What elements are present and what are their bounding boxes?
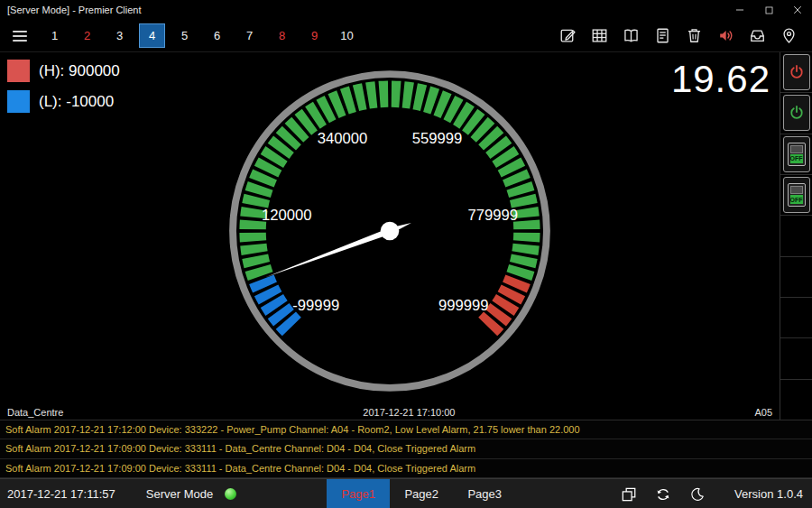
location-button[interactable] — [773, 23, 805, 50]
toolbar-icons — [552, 23, 805, 50]
night-mode-button[interactable] — [680, 481, 715, 508]
page-tab-page2[interactable]: Page2 — [390, 479, 453, 508]
gauge-scale-label: 120000 — [262, 207, 312, 224]
sync-button[interactable] — [646, 481, 680, 508]
alarm-row[interactable]: Soft Alarm 2017-12-21 17:09:00 Device: 3… — [0, 439, 812, 458]
archive-icon — [748, 26, 767, 45]
screen-tabs: 12345678910 — [42, 23, 366, 48]
toggle-state-label: OFF — [790, 195, 803, 204]
alarm-row[interactable]: Soft Alarm 2017-12-21 17:12:00 Device: 3… — [0, 420, 812, 439]
archive-button[interactable] — [742, 23, 773, 50]
toggle-off-icon: OFF — [788, 143, 806, 166]
status-bar: 2017-12-21 17:11:57 Server Mode Page1Pag… — [0, 478, 812, 508]
sidebar-cell: OFF — [780, 134, 812, 175]
night-mode-icon — [689, 486, 706, 503]
gauge-panel: (H): 900000 (L): -10000 19.62 -999991200… — [0, 52, 780, 420]
screen-tab-3[interactable]: 3 — [106, 23, 133, 48]
gauge-scale-label: 779999 — [467, 207, 518, 224]
gauge-scale-label: 999999 — [438, 297, 489, 314]
menu-button[interactable] — [7, 23, 32, 49]
gauge-scale-label: 340000 — [318, 130, 368, 147]
alarm-sound-icon — [716, 26, 735, 45]
low-alarm-label: (L): -10000 — [39, 93, 114, 111]
page-tabs: Page1Page2Page3 — [327, 479, 516, 508]
screen-tab-10[interactable]: 10 — [334, 23, 360, 48]
report-button[interactable] — [647, 23, 678, 50]
sidebar-empty-cell — [780, 338, 812, 379]
maximize-icon — [763, 5, 775, 16]
pages-layout-button[interactable] — [612, 481, 646, 508]
toggle-plate — [790, 145, 803, 153]
high-alarm-swatch — [7, 60, 30, 82]
switch-1-button[interactable]: OFF — [783, 136, 810, 172]
main-area: (H): 900000 (L): -10000 19.62 -999991200… — [0, 52, 812, 420]
screen-tab-5[interactable]: 5 — [171, 23, 198, 48]
current-value: 19.62 — [671, 58, 770, 101]
toggle-state-label: OFF — [790, 154, 803, 163]
grid-view-button[interactable] — [584, 23, 615, 50]
sidebar-cell — [780, 93, 812, 134]
gauge: -99999120000340000559999779999999999 — [213, 54, 567, 408]
minimize-icon — [734, 4, 746, 16]
chart-footer: Data_Centre 2017-12-21 17:10:00 A05 — [0, 405, 780, 420]
channel-code: A05 — [754, 407, 780, 418]
control-sidebar: OFFOFF — [780, 52, 812, 420]
toggle-off-icon: OFF — [788, 183, 806, 207]
sidebar-empty-cell — [780, 380, 812, 420]
gauge-scale-label: -99999 — [292, 297, 339, 314]
device-name: Data_Centre — [0, 407, 63, 418]
screen-tab-6[interactable]: 6 — [204, 23, 230, 48]
chart-timestamp: 2017-12-21 17:10:00 — [63, 407, 754, 418]
alarm-sound-button[interactable] — [710, 23, 742, 50]
title-bar: [Server Mode] - Premier Client — [0, 0, 812, 20]
log-book-button[interactable] — [615, 23, 647, 50]
screen-tab-8[interactable]: 8 — [269, 23, 295, 48]
window-controls — [725, 0, 812, 20]
gauge-hub — [381, 222, 400, 241]
screen-tab-4[interactable]: 4 — [139, 23, 165, 48]
menu-icon — [10, 26, 30, 46]
low-alarm-swatch — [7, 90, 30, 113]
sidebar-empty-cell — [780, 216, 812, 256]
gauge-scale-label: 559999 — [412, 130, 463, 147]
screen-tab-9[interactable]: 9 — [301, 23, 328, 48]
window-title: [Server Mode] - Premier Client — [0, 5, 725, 15]
sidebar-empty-cell — [780, 298, 812, 338]
toolbar: 12345678910 — [0, 20, 812, 52]
premier-client-window: [Server Mode] - Premier Client 123456789… — [0, 0, 812, 508]
high-alarm-label: (H): 900000 — [39, 62, 120, 80]
page-tab-page3[interactable]: Page3 — [453, 479, 516, 508]
toggle-plate — [790, 186, 803, 194]
legend-low-row: (L): -10000 — [7, 90, 120, 113]
close-button[interactable] — [783, 0, 812, 20]
server-mode-label: Server Mode — [146, 487, 213, 501]
status-icons — [612, 481, 715, 508]
delete-button[interactable] — [678, 23, 710, 50]
report-icon — [653, 26, 672, 45]
alarm-row[interactable]: Soft Alarm 2017-12-21 17:09:00 Device: 3… — [0, 459, 812, 478]
sync-icon — [654, 485, 672, 503]
maximize-button[interactable] — [754, 0, 783, 20]
grid-view-icon — [590, 26, 609, 45]
log-book-icon — [622, 26, 641, 45]
power-on-icon — [788, 104, 806, 122]
screen-tab-2[interactable]: 2 — [74, 23, 100, 48]
page-tab-page1[interactable]: Page1 — [327, 479, 390, 508]
power-on-button[interactable] — [783, 95, 810, 131]
switch-2-button[interactable]: OFF — [783, 177, 810, 213]
power-off-icon — [788, 63, 806, 81]
close-icon — [791, 4, 804, 16]
delete-icon — [685, 26, 704, 45]
screen-tab-7[interactable]: 7 — [236, 23, 263, 48]
pages-layout-icon — [620, 485, 638, 503]
edit-button[interactable] — [552, 23, 584, 50]
screen-tab-1[interactable]: 1 — [42, 23, 68, 48]
legend-high-row: (H): 900000 — [7, 60, 120, 82]
sidebar-empty-cell — [780, 257, 812, 298]
power-off-button[interactable] — [783, 54, 810, 90]
edit-icon — [558, 26, 577, 45]
minimize-button[interactable] — [725, 0, 754, 20]
connection-status-dot — [225, 488, 236, 500]
alarm-legend: (H): 900000 (L): -10000 — [7, 60, 120, 121]
status-datetime: 2017-12-21 17:11:57 — [0, 487, 115, 501]
